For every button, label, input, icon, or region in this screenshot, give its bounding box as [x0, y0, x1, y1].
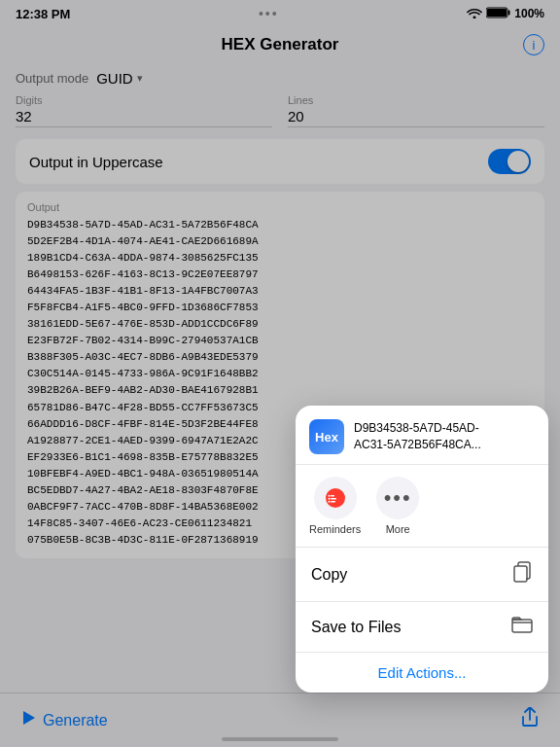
- more-icon: •••: [376, 477, 419, 519]
- share-sheet: Hex D9B34538-5A7D-45AD- AC31-5A72B56F48C…: [296, 406, 548, 693]
- save-to-files-button[interactable]: Save to Files: [296, 602, 548, 653]
- share-app-text: D9B34538-5A7D-45AD- AC31-5A72B56F48CA...: [354, 420, 481, 453]
- edit-actions-button[interactable]: Edit Actions...: [378, 664, 467, 681]
- share-actions-row: Reminders ••• More: [296, 465, 548, 548]
- svg-rect-5: [331, 495, 334, 497]
- copy-icon: [513, 561, 533, 587]
- reminders-icon: [314, 477, 357, 519]
- copy-label: Copy: [311, 566, 347, 584]
- files-icon: [511, 616, 533, 638]
- share-more[interactable]: ••• More: [376, 477, 419, 535]
- svg-rect-7: [331, 501, 335, 503]
- svg-point-9: [328, 498, 330, 500]
- save-to-files-label: Save to Files: [311, 619, 401, 636]
- share-app-row: Hex D9B34538-5A7D-45AD- AC31-5A72B56F48C…: [309, 419, 535, 454]
- svg-rect-11: [514, 566, 527, 582]
- copy-button[interactable]: Copy: [296, 548, 548, 602]
- more-label: More: [386, 523, 410, 535]
- share-app-icon: Hex: [309, 419, 344, 454]
- svg-point-8: [328, 495, 330, 497]
- svg-rect-6: [331, 498, 336, 500]
- reminders-label: Reminders: [309, 523, 361, 535]
- svg-rect-12: [512, 620, 532, 632]
- share-header: Hex D9B34538-5A7D-45AD- AC31-5A72B56F48C…: [296, 406, 548, 465]
- svg-point-10: [328, 501, 330, 503]
- edit-actions-row: Edit Actions...: [296, 653, 548, 693]
- share-reminders[interactable]: Reminders: [309, 477, 361, 535]
